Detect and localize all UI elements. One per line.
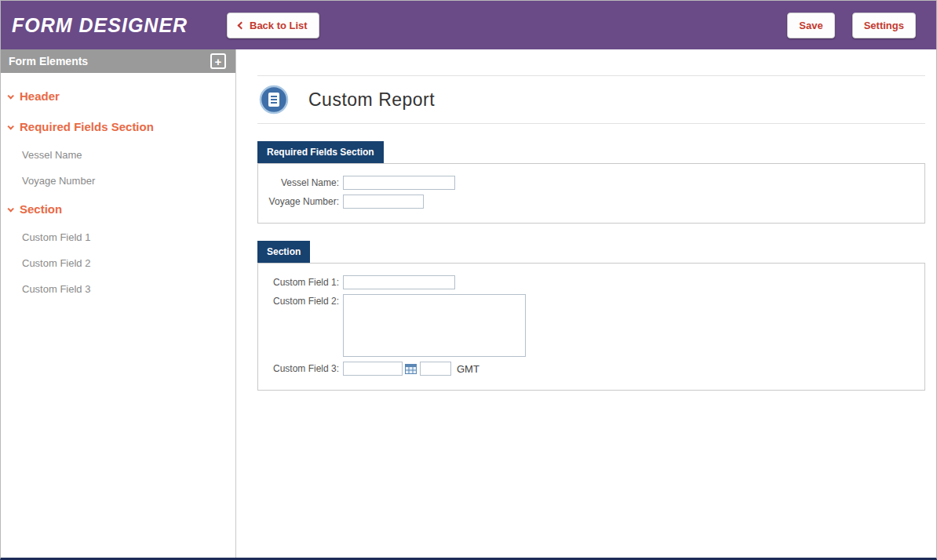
sidebar-header: Form Elements + (1, 49, 235, 73)
form-sections: Required Fields Section Vessel Name:Voya… (257, 141, 925, 391)
text-input[interactable] (343, 195, 424, 209)
back-to-list-button[interactable]: Back to List (227, 13, 319, 38)
chevron-left-icon (238, 21, 246, 29)
section-tab-label: Section (267, 246, 301, 257)
text-input[interactable] (343, 275, 455, 289)
field-label: Custom Field 3: (268, 362, 343, 376)
field-label: Voyage Number: (268, 195, 343, 209)
form-section: Required Fields Section Vessel Name:Voya… (257, 141, 925, 224)
report-header: Custom Report (257, 75, 925, 124)
sidebar-group: Header (1, 81, 235, 111)
report-document-icon (259, 85, 289, 115)
section-panel: Custom Field 1:Custom Field 2:Custom Fie… (257, 263, 925, 391)
app-title: FORM DESIGNER (1, 14, 227, 37)
field-label: Custom Field 1: (268, 275, 343, 289)
form-section: Section Custom Field 1:Custom Field 2:Cu… (257, 241, 925, 391)
sidebar-group: Section Custom Field 1Custom Field 2Cust… (1, 194, 235, 302)
field-row: Custom Field 3:GMT (268, 362, 915, 376)
sidebar-group-header[interactable]: Section (1, 194, 235, 224)
chevron-down-icon (7, 205, 13, 212)
field-label: Custom Field 2: (268, 294, 343, 308)
sidebar-group-label: Required Fields Section (20, 120, 154, 133)
calendar-icon[interactable] (405, 364, 417, 374)
main-content: Custom Report Required Fields Section Ve… (236, 49, 936, 558)
sidebar-item[interactable]: Voyage Number (1, 168, 235, 194)
section-tab[interactable]: Section (257, 241, 310, 263)
sidebar-tree: Header Required Fields Section Vessel Na… (1, 73, 235, 310)
date-input[interactable] (343, 362, 403, 376)
textarea-input[interactable] (343, 294, 526, 357)
timezone-label: GMT (457, 363, 479, 375)
text-input[interactable] (343, 176, 455, 190)
section-panel: Vessel Name:Voyage Number: (257, 163, 925, 224)
sidebar: Form Elements + Header Required Fields S… (1, 49, 236, 558)
back-to-list-label: Back to List (250, 20, 308, 31)
field-row: Custom Field 2: (268, 294, 915, 357)
add-element-button[interactable]: + (210, 53, 226, 69)
field-row: Voyage Number: (268, 195, 915, 209)
topbar-actions: Save Settings (787, 13, 936, 38)
sidebar-item[interactable]: Custom Field 1 (1, 224, 235, 250)
sidebar-group-children: Custom Field 1Custom Field 2Custom Field… (1, 224, 235, 302)
section-tab[interactable]: Required Fields Section (257, 141, 384, 163)
sidebar-group-header[interactable]: Header (1, 81, 235, 111)
sidebar-group-header[interactable]: Required Fields Section (1, 111, 235, 142)
chevron-down-icon (7, 93, 13, 99)
topbar: FORM DESIGNER Back to List Save Settings (1, 1, 936, 49)
sidebar-group-label: Header (20, 89, 60, 103)
field-row: Custom Field 1: (268, 275, 915, 289)
sidebar-group-children: Vessel NameVoyage Number (1, 142, 235, 194)
time-input[interactable] (420, 362, 451, 376)
sidebar-item[interactable]: Custom Field 3 (1, 276, 235, 302)
chevron-down-icon (7, 123, 13, 129)
sidebar-item[interactable]: Custom Field 2 (1, 250, 235, 276)
sidebar-group: Required Fields Section Vessel NameVoyag… (1, 111, 235, 194)
settings-button[interactable]: Settings (852, 13, 916, 38)
sidebar-title: Form Elements (9, 55, 88, 67)
sidebar-item[interactable]: Vessel Name (1, 142, 235, 168)
plus-icon: + (215, 56, 222, 67)
save-button[interactable]: Save (787, 13, 834, 38)
field-label: Vessel Name: (268, 176, 343, 190)
field-row: Vessel Name: (268, 176, 915, 190)
section-tab-label: Required Fields Section (267, 147, 374, 158)
sidebar-group-label: Section (20, 202, 62, 216)
form-designer-app: FORM DESIGNER Back to List Save Settings… (0, 0, 937, 560)
page-title: Custom Report (308, 89, 435, 111)
